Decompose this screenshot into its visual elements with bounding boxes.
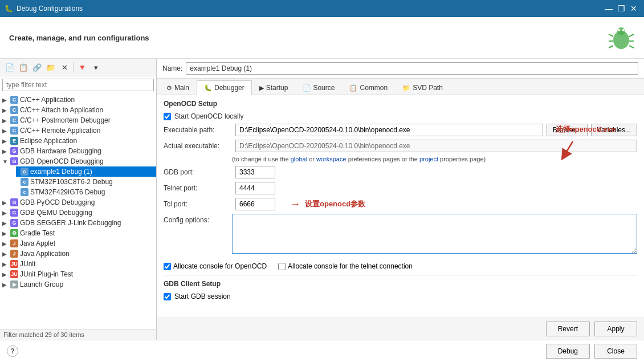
- tcl-port-label: Tcl port:: [164, 200, 232, 208]
- expand-arrow: ▶: [2, 230, 9, 237]
- tree-item-cpp-app[interactable]: ▶ C C/C++ Application: [0, 95, 156, 105]
- g-icon: G: [10, 157, 18, 165]
- link-button[interactable]: 🔗: [31, 61, 43, 74]
- c-icon: C: [10, 96, 18, 104]
- actual-executable-label: Actual executable:: [164, 142, 232, 150]
- c-icon: C: [10, 106, 18, 114]
- tree-item-gdb-hw[interactable]: ▶ G GDB Hardware Debugging: [0, 146, 156, 156]
- gradle-icon: ⚙: [10, 229, 18, 237]
- expand-arrow: ▶: [2, 282, 9, 288]
- tab-main[interactable]: ⚙ Main: [159, 80, 197, 95]
- titlebar-controls: — ❒ ✕: [603, 3, 639, 14]
- tree-label: Gradle Test: [20, 229, 55, 237]
- tab-startup[interactable]: ▶ Startup: [252, 80, 296, 95]
- tree-item-eclipse-app[interactable]: ▶ E Eclipse Application: [0, 136, 156, 146]
- help-button[interactable]: ?: [7, 345, 18, 357]
- tree-label: GDB QEMU Debugging: [20, 209, 92, 217]
- tree-item-cpp-post[interactable]: ▶ C C/C++ Postmortem Debugger: [0, 115, 156, 125]
- start-locally-row: Start OpenOCD locally: [164, 112, 637, 120]
- debug-button[interactable]: Debug: [546, 344, 590, 359]
- collapse-button[interactable]: ▾: [89, 61, 102, 74]
- variables-button[interactable]: Variables...: [591, 124, 637, 136]
- tree-label: GDB OpenOCD Debugging: [20, 157, 104, 165]
- tab-svd-path[interactable]: 📁 SVD Path: [395, 80, 450, 95]
- tree-item-java-applet[interactable]: ▶ J Java Applet: [0, 238, 156, 249]
- tab-source[interactable]: 📄 Source: [295, 80, 342, 95]
- tree-item-gdb-segger[interactable]: ▶ G GDB SEGGER J-Link Debugging: [0, 218, 156, 228]
- start-gdb-checkbox[interactable]: [164, 293, 171, 300]
- tree-label: example1 Debug (1): [30, 168, 92, 176]
- name-input[interactable]: [186, 62, 638, 75]
- workspace-link[interactable]: workspace: [316, 156, 347, 162]
- start-locally-label: Start OpenOCD locally: [174, 112, 243, 120]
- tree-item-example1[interactable]: c example1 Debug (1): [16, 166, 156, 177]
- project-link[interactable]: project: [419, 156, 438, 162]
- executable-path-input[interactable]: [235, 124, 543, 136]
- tree-item-gdb-pyocd[interactable]: ▶ G GDB PyOCD Debugging: [0, 197, 156, 208]
- expand-arrow: ▼: [2, 158, 9, 165]
- tcl-port-input[interactable]: [235, 198, 275, 210]
- allocate-ocd-checkbox[interactable]: [164, 263, 171, 270]
- tree-item-gdb-openocd[interactable]: ▼ G GDB OpenOCD Debugging: [0, 156, 156, 166]
- filter-input[interactable]: [2, 79, 154, 91]
- dialog: Create, manage, and run configurations 📄…: [0, 17, 644, 362]
- main-icon: ⚙: [166, 84, 172, 92]
- start-gdb-row: Start GDB session: [164, 292, 637, 300]
- tab-common[interactable]: 📋 Common: [342, 80, 395, 95]
- svg-line-2: [609, 34, 613, 36]
- tree-item-gdb-qemu[interactable]: ▶ G GDB QEMU Debugging: [0, 208, 156, 218]
- telnet-port-input[interactable]: [235, 182, 275, 194]
- start-locally-checkbox[interactable]: [164, 113, 171, 120]
- tree-item-java-app[interactable]: ▶ J Java Application: [0, 249, 156, 259]
- allocate-ocd-label: Allocate console for OpenOCD: [173, 262, 267, 270]
- minimize-button[interactable]: —: [603, 3, 614, 14]
- config-options-textarea[interactable]: [232, 214, 637, 254]
- tree-item-stm32f429[interactable]: c STM32F429IGT6 Debug: [16, 187, 156, 197]
- titlebar-left: 🐛 Debug Configurations: [5, 5, 83, 13]
- tree-item-junit[interactable]: ▶ JU JUnit: [0, 259, 156, 269]
- right-panel: Name: ⚙ Main 🐛 Debugger ▶ Startup: [157, 59, 644, 318]
- tree-item-junit-plugin[interactable]: ▶ JU JUnit Plug-in Test: [0, 269, 156, 279]
- close-dialog-button[interactable]: Close: [594, 344, 637, 359]
- tab-svd-label: SVD Path: [413, 84, 443, 92]
- dialog-header: Create, manage, and run configurations: [0, 17, 644, 59]
- close-window-button[interactable]: ✕: [628, 3, 639, 14]
- global-link[interactable]: global: [291, 156, 307, 162]
- g-icon: G: [10, 219, 18, 227]
- gdb-port-input[interactable]: [235, 166, 275, 178]
- app-icon: 🐛: [5, 5, 13, 13]
- maximize-button[interactable]: ❒: [616, 3, 627, 14]
- dialog-bottom: Revert Apply: [157, 318, 644, 340]
- svg-point-1: [617, 27, 625, 35]
- allocate-telnet-checkbox[interactable]: [278, 263, 286, 270]
- import-button[interactable]: 📁: [44, 61, 57, 74]
- gdb-client-section-title: GDB Client Setup: [164, 280, 637, 288]
- bug-icon: [608, 24, 635, 51]
- common-icon: 📋: [349, 84, 357, 92]
- duplicate-button[interactable]: 📋: [17, 61, 30, 74]
- info-text: (to change it use the global or workspac…: [164, 156, 637, 162]
- tree-item-stm32f103[interactable]: c STM32F103C8T6-2 Debug: [16, 177, 156, 187]
- expand-arrow: ▶: [2, 261, 9, 267]
- tree-label: Java Application: [20, 250, 70, 258]
- expand-arrow: ▶: [2, 210, 9, 216]
- delete-button[interactable]: ✕: [58, 61, 71, 74]
- allocate-telnet-label: Allocate console for the telnet connecti…: [288, 262, 413, 270]
- tree-item-cpp-remote[interactable]: ▶ C C/C++ Remote Application: [0, 125, 156, 136]
- tree-item-cpp-attach[interactable]: ▶ C C/C++ Attach to Application: [0, 105, 156, 115]
- filter-button[interactable]: 🔻: [76, 61, 88, 74]
- new-config-button[interactable]: 📄: [3, 61, 16, 74]
- tree-label: Launch Group: [20, 280, 63, 288]
- revert-button[interactable]: Revert: [546, 322, 590, 336]
- tree-item-gradle[interactable]: ▶ ⚙ Gradle Test: [0, 228, 156, 238]
- tab-content-debugger: OpenOCD Setup Start OpenOCD locally Exec…: [157, 95, 644, 318]
- name-label: Name:: [162, 64, 182, 72]
- footer-buttons: Debug Close: [546, 344, 637, 359]
- expand-arrow: ▶: [2, 220, 9, 226]
- telnet-port-label: Telnet port:: [164, 184, 232, 192]
- browse-button[interactable]: Browse...: [547, 124, 588, 136]
- apply-button[interactable]: Apply: [594, 322, 637, 336]
- tree-item-launch-group[interactable]: ▶ ▶ Launch Group: [0, 279, 156, 290]
- startup-icon: ▶: [259, 84, 264, 92]
- tab-debugger[interactable]: 🐛 Debugger: [197, 80, 252, 95]
